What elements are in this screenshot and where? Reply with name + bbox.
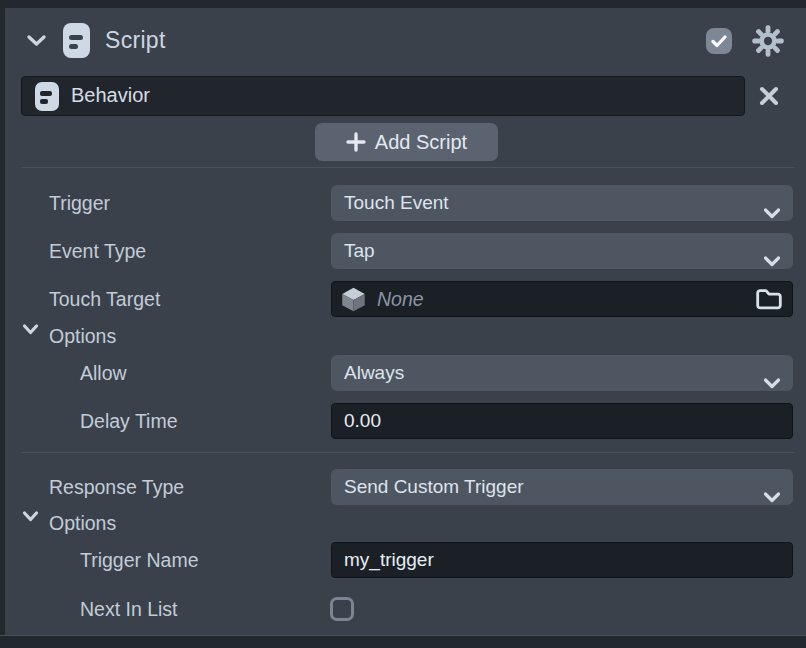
response-type-label: Response Type: [49, 469, 184, 505]
trigger-label: Trigger: [49, 185, 110, 221]
folder-icon[interactable]: [755, 287, 783, 315]
script-icon: [35, 82, 59, 111]
next-in-list-checkbox[interactable]: [330, 597, 354, 621]
next-in-list-label: Next In List: [80, 591, 178, 627]
section-divider: [21, 167, 795, 168]
close-icon: [758, 85, 780, 107]
allow-label: Allow: [80, 355, 127, 391]
script-component-panel: Script: [5, 8, 806, 636]
cube-icon: [340, 286, 367, 317]
options-response-collapse-chevron-icon[interactable]: [22, 509, 39, 527]
event-type-value: Tap: [344, 240, 375, 261]
gear-icon[interactable]: [752, 25, 784, 57]
trigger-dropdown[interactable]: Touch Event: [331, 185, 793, 221]
event-type-label: Event Type: [49, 233, 146, 269]
trigger-value: Touch Event: [344, 192, 449, 213]
script-slot-name: Behavior: [71, 84, 150, 107]
delay-time-input[interactable]: [331, 403, 793, 439]
chevron-down-icon: [763, 196, 781, 232]
component-title: Script: [105, 27, 166, 54]
check-icon: [711, 35, 727, 48]
trigger-name-input[interactable]: [331, 542, 793, 578]
chevron-down-icon: [763, 366, 781, 402]
options-trigger-group-label[interactable]: Options: [49, 318, 116, 354]
remove-script-button[interactable]: [758, 85, 782, 109]
options-response-group-label[interactable]: Options: [49, 505, 116, 541]
touch-target-label: Touch Target: [49, 281, 160, 317]
section-divider: [21, 452, 795, 453]
chevron-down-icon: [763, 480, 781, 516]
chevron-down-icon: [763, 244, 781, 280]
delay-time-label: Delay Time: [80, 403, 178, 439]
plus-icon: [346, 132, 366, 152]
panel-bottom-edge: [0, 636, 806, 648]
touch-target-field[interactable]: None: [331, 281, 793, 317]
inspector-panel: Script: [0, 0, 806, 648]
response-type-value: Send Custom Trigger: [344, 476, 524, 497]
options-trigger-collapse-chevron-icon[interactable]: [22, 322, 39, 340]
add-script-label: Add Script: [375, 131, 467, 154]
script-component-icon: [63, 23, 90, 58]
event-type-dropdown[interactable]: Tap: [331, 233, 793, 269]
allow-dropdown[interactable]: Always: [331, 355, 793, 391]
response-type-dropdown[interactable]: Send Custom Trigger: [331, 469, 793, 505]
allow-value: Always: [344, 362, 404, 383]
component-enabled-checkbox[interactable]: [706, 28, 732, 54]
touch-target-value: None: [377, 282, 424, 316]
add-script-button[interactable]: Add Script: [315, 123, 498, 161]
script-slot-behavior[interactable]: Behavior: [21, 76, 745, 116]
component-collapse-chevron-icon[interactable]: [26, 33, 47, 52]
trigger-name-label: Trigger Name: [80, 542, 198, 578]
